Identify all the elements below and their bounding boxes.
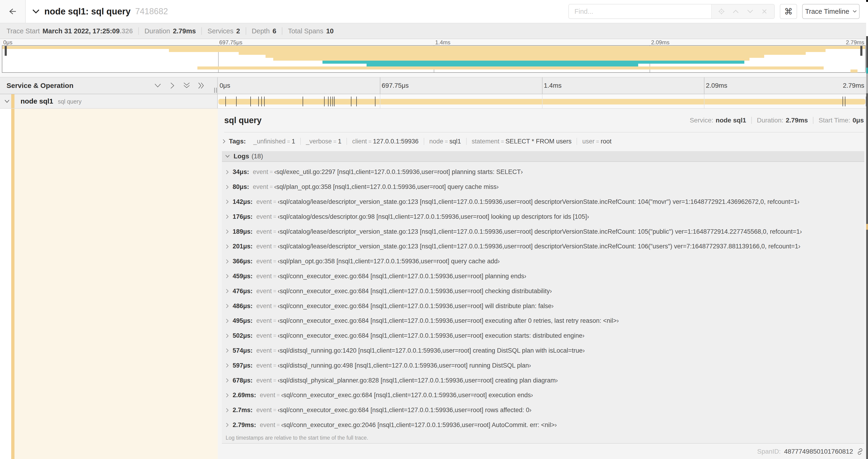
chevron-right-icon [226, 378, 229, 383]
deep-link-icon[interactable] [856, 448, 864, 455]
info-label: Total Spans [288, 27, 323, 35]
minimap-span [2, 46, 865, 49]
tags-label: Tags: [229, 138, 246, 145]
log-entry-row[interactable]: 80μs:event=‹sql/plan_opt.go:358 [nsql1,c… [222, 179, 864, 195]
log-entry-row[interactable]: 678μs:event=‹sql/distsql_physical_planne… [222, 373, 864, 388]
collapse-all-icon[interactable] [183, 81, 191, 90]
tag-key: node [429, 138, 443, 145]
log-equals: = [273, 378, 276, 384]
info-separator [202, 27, 202, 35]
log-entry-row[interactable]: 2.79ms:event=‹sql/conn_executor_exec.go:… [222, 418, 864, 433]
log-equals: = [270, 169, 273, 175]
log-timestamp: 2.7ms: [232, 406, 253, 414]
span-name-cell[interactable]: node sql1 sql query [0, 94, 218, 108]
trace-minimap[interactable]: 0μs697.75μs1.4ms2.09ms2.79ms [0, 40, 868, 77]
find-clear-icon[interactable] [760, 7, 769, 16]
log-field-key: event [256, 347, 272, 354]
chevron-right-icon [226, 408, 229, 413]
info-value: 6 [273, 27, 276, 35]
log-entry-row[interactable]: 597μs:event=‹sql/distsql_running.go:498 … [222, 358, 864, 373]
log-entry-row[interactable]: 486μs:event=‹sql/conn_executor_exec.go:6… [222, 299, 864, 314]
log-entry-row[interactable]: 495μs:event=‹sql/conn_executor_exec.go:6… [222, 314, 864, 328]
collapse-one-icon[interactable] [154, 81, 162, 90]
chevron-right-icon [226, 304, 229, 308]
log-entry-row[interactable]: 2.7ms:event=‹sql/conn_executor_exec.go:6… [222, 403, 864, 418]
log-timestamp: 80μs: [232, 183, 249, 191]
meta-label: Duration: [757, 117, 783, 124]
span-detail-header[interactable]: sql query Service:node sql1Duration:2.79… [218, 109, 866, 132]
log-timestamp: 34μs: [232, 168, 249, 176]
trace-view-selector[interactable]: Trace Timeline [802, 4, 860, 19]
chevron-right-icon [226, 363, 229, 368]
find-controls [711, 4, 774, 19]
log-timestamp: 459μs: [232, 273, 253, 280]
log-entry-row[interactable]: 459μs:event=‹sql/conn_executor_exec.go:6… [222, 269, 864, 284]
log-field-key: event [256, 332, 272, 339]
log-field-key: event [256, 302, 272, 310]
span-bar-row[interactable] [218, 94, 866, 108]
log-entry-row[interactable]: 2.69ms:event=‹sql/conn_executor_exec.go:… [222, 388, 864, 403]
tags-row[interactable]: Tags: _unfinished = 1_verbose = 1client … [221, 133, 864, 150]
tag-key: _verbose [306, 138, 332, 145]
trace-collapse-chevron-icon[interactable] [32, 9, 40, 14]
minimap-graph[interactable] [2, 45, 866, 73]
viewport-right-handle[interactable] [860, 46, 862, 56]
expand-all-icon[interactable] [197, 81, 205, 90]
log-entry-row[interactable]: 34μs:event=‹sql/exec_util.go:2297 [nsql1… [222, 165, 864, 179]
tag-item[interactable]: statement = SELECT * FROM users [467, 138, 577, 145]
info-label: Depth [252, 27, 270, 35]
log-field-key: event [256, 362, 272, 369]
trace-info-item: Depth6 [252, 27, 277, 35]
trace-info-item: Services2 [208, 27, 240, 35]
minimap-span [169, 49, 826, 52]
tag-item[interactable]: user = root [577, 138, 617, 145]
log-entry-row[interactable]: 476μs:event=‹sql/conn_executor_exec.go:6… [222, 284, 864, 299]
chevron-down-icon [852, 10, 857, 13]
log-field-key: event [253, 183, 268, 191]
span-detail-title: sql query [224, 116, 261, 125]
info-value: 10 [326, 27, 334, 35]
logs-section: Logs (18) 34μs:event=‹sql/exec_util.go:2… [222, 151, 864, 444]
locate-icon[interactable] [717, 7, 726, 16]
tag-item[interactable]: node = sql1 [424, 138, 466, 145]
log-timestamp: 201μs: [232, 243, 253, 250]
log-entry-row[interactable]: 189μs:event=‹sql/catalog/lease/descripto… [222, 224, 864, 239]
meta-value: 0μs [852, 117, 864, 124]
find-input[interactable] [569, 4, 711, 19]
tag-item[interactable]: _unfinished = 1 [248, 138, 300, 145]
info-separator [282, 27, 282, 35]
log-event-tick [261, 97, 262, 106]
find-next-icon[interactable] [745, 7, 755, 16]
log-field-key: event [260, 392, 275, 399]
find-group [568, 4, 775, 19]
log-timestamp: 502μs: [232, 332, 253, 339]
span-operation-name: sql query [58, 98, 82, 105]
log-entry-row[interactable]: 142μs:event=‹sql/catalog/lease/descripto… [222, 195, 864, 209]
back-button[interactable] [0, 0, 26, 23]
log-entry-row[interactable]: 366μs:event=‹sql/plan_opt.go:358 [nsql1,… [222, 254, 864, 269]
span-service-name: node sql1 [21, 97, 53, 105]
log-field-value: ‹sql/conn_executor_exec.go:684 [nsql1,cl… [278, 332, 585, 339]
logs-header[interactable]: Logs (18) [222, 151, 864, 162]
expand-one-icon[interactable] [168, 81, 176, 90]
span-collapse-chevron-icon[interactable] [4, 99, 10, 103]
find-prev-icon[interactable] [731, 7, 740, 16]
log-entry-row[interactable]: 502μs:event=‹sql/conn_executor_exec.go:6… [222, 328, 864, 343]
log-equals: = [273, 303, 276, 309]
keyboard-shortcuts-button[interactable]: ⌘ [780, 4, 797, 19]
tag-value: 127.0.0.1:59936 [373, 138, 418, 145]
log-field-key: event [256, 198, 272, 205]
log-entry-row[interactable]: 201μs:event=‹sql/catalog/lease/descripto… [222, 239, 864, 254]
tag-item[interactable]: client = 127.0.0.1:59936 [347, 138, 424, 145]
tag-item[interactable]: _verbose = 1 [301, 138, 346, 145]
timeline-gridline [542, 94, 542, 108]
viewport-left-handle[interactable] [5, 46, 7, 56]
timeline-gridline [380, 94, 380, 108]
service-operation-header: Service & Operation [0, 77, 218, 94]
log-equals: = [273, 214, 276, 220]
log-event-tick [303, 97, 303, 106]
log-field-value: ‹sql/catalog/descs/descriptor.go:98 [nsq… [278, 213, 589, 220]
log-entry-row[interactable]: 176μs:event=‹sql/catalog/descs/descripto… [222, 209, 864, 224]
column-resizer-handle[interactable] [214, 88, 217, 93]
log-entry-row[interactable]: 574μs:event=‹sql/distsql_running.go:1420… [222, 343, 864, 358]
